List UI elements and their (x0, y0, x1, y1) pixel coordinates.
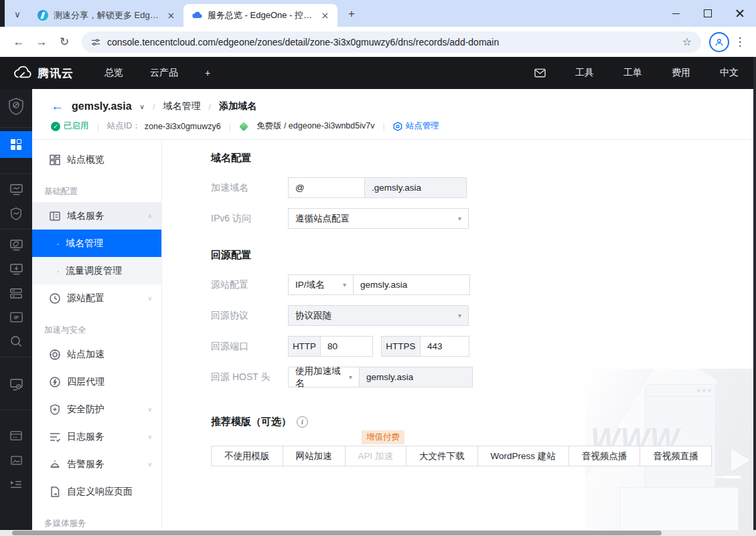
profile-avatar[interactable] (709, 32, 729, 52)
rail-dashboard-active[interactable] (0, 131, 32, 158)
ipv6-select[interactable]: 遵循站点配置 ▾ (288, 208, 469, 229)
tencent-cloud-brand[interactable]: 腾讯云 (12, 66, 74, 81)
site-manage-link[interactable]: 站点管理 (393, 120, 439, 132)
sidebar-item-domain-service[interactable]: 域名服务 ∧ (32, 202, 161, 230)
sidebar-item-custom-response-page[interactable]: 自定义响应页面 (32, 478, 161, 505)
sidebar-item-site-overview[interactable]: 站点概览 (32, 146, 161, 173)
rail-divider (0, 173, 32, 174)
origin-address-input[interactable] (353, 274, 470, 295)
sidebar-item-domain-management[interactable]: · 域名管理 (32, 230, 161, 257)
tab-search-button[interactable]: ∨ (8, 5, 27, 23)
template-large-file-download-button[interactable]: 大文件下载 (406, 446, 478, 466)
sidebar-item-security-protection[interactable]: 安全防护 ∨ (32, 395, 161, 423)
domain-input[interactable] (288, 177, 365, 198)
field-label-host-header: 回源 HOST 头 (211, 371, 288, 383)
sidebar-menu: 站点概览 基础配置 域名服务 ∧ · 域名管理 (32, 140, 162, 536)
origin-protocol-select[interactable]: 协议跟随 ▾ (288, 305, 469, 326)
caret-down-icon: ▾ (343, 281, 346, 288)
decor-panel (620, 488, 738, 536)
template-wordpress-button[interactable]: WordPress 建站 (477, 446, 569, 466)
sidebar-item-label: 源站配置 (67, 292, 104, 304)
message-envelope-icon[interactable] (534, 68, 546, 78)
close-window-button[interactable] (724, 0, 756, 27)
sidebar-item-label: 四层代理 (67, 376, 104, 388)
sidebar-item-alarm-service[interactable]: 告警服务 ∨ (32, 450, 161, 478)
tab-console-active[interactable]: 服务总览 - EdgeOne - 控制台 (183, 4, 337, 27)
sidebar-item-traffic-scheduling[interactable]: · 流量调度管理 (32, 257, 161, 284)
sidebar-item-label: 流量调度管理 (66, 265, 122, 277)
maximize-button[interactable] (692, 0, 724, 27)
rail-image-icon[interactable] (0, 448, 32, 472)
edgeone-shield-logo-icon[interactable] (0, 89, 32, 124)
breadcrumb-separator: / (209, 102, 212, 112)
sidebar-item-label: 站点加速 (67, 349, 104, 361)
nav-products[interactable]: 云产品 (150, 67, 178, 79)
browser-menu-icon[interactable]: ⋮ (733, 35, 747, 49)
rail-monitor-sync-icon[interactable] (0, 233, 32, 257)
chevron-down-icon[interactable]: ∨ (140, 103, 145, 110)
rail-browser-icon[interactable] (0, 424, 32, 448)
horizontal-scrollbar (0, 530, 756, 536)
sidebar-section-acceleration-security: 加速与安全 (32, 312, 161, 341)
sidebar-item-l4-proxy[interactable]: 四层代理 (32, 368, 161, 395)
rail-ip-icon[interactable]: IP (0, 305, 32, 329)
info-icon[interactable]: i (297, 416, 308, 428)
template-live-streaming-button[interactable]: 音视频直播 (639, 446, 712, 466)
plan-text: 免费版 / edgeone-3i3wnbd5iv7v (256, 120, 375, 132)
rail-divider (0, 410, 32, 410)
icon-rail: IP (0, 89, 32, 536)
origin-type-select[interactable]: IP/域名 ▾ (288, 274, 354, 295)
nav-language[interactable]: 中文 (720, 67, 739, 79)
close-icon[interactable] (319, 9, 331, 21)
back-arrow-icon[interactable]: ← (51, 99, 64, 114)
field-label-protocol: 回源协议 (211, 310, 288, 322)
template-vod-button[interactable]: 音视频点播 (569, 446, 641, 466)
horizontal-scrollbar-thumb[interactable] (12, 531, 662, 535)
field-label-ports: 回源端口 (211, 341, 288, 353)
template-no-template-button[interactable]: 不使用模版 (211, 446, 283, 466)
host-header-mode-select[interactable]: 使用加速域名 ▾ (288, 367, 360, 387)
bookmark-star-icon[interactable]: ☆ (682, 35, 692, 48)
site-switcher[interactable]: gemsly.asia (72, 100, 132, 112)
back-button[interactable]: ← (9, 33, 28, 52)
section-title-domain-config: 域名配置 (211, 152, 756, 165)
forward-button[interactable]: → (32, 33, 51, 52)
nav-tickets[interactable]: 工单 (623, 67, 642, 79)
nav-overview[interactable]: 总览 (104, 67, 123, 79)
tab-title: 服务总览 - EdgeOne - 控制台 (208, 9, 315, 21)
sidebar-item-log-service[interactable]: 日志服务 ∨ (32, 423, 161, 450)
origin-protocol-value: 协议跟随 (295, 310, 331, 322)
tab-strip: ∨ 测速分享，解锁更多 EdgeOne 服务总览 - EdgeOne - 控制台… (0, 0, 756, 27)
site-settings-icon[interactable] (91, 37, 100, 47)
template-website-acceleration-button[interactable]: 网站加速 (283, 446, 346, 466)
acceleration-gear-icon (50, 349, 60, 360)
nav-tools[interactable]: 工具 (575, 67, 594, 79)
url-text[interactable]: console.tencentcloud.com/edgeone/zones/d… (107, 37, 676, 48)
caret-down-icon: ▾ (349, 373, 352, 381)
sidebar-item-site-acceleration[interactable]: 站点加速 (32, 341, 161, 368)
form-row-origin: 源站配置 IP/域名 ▾ (211, 274, 756, 295)
rail-shield-chart-icon[interactable] (0, 201, 32, 226)
form-row-ports: 回源端口 HTTP HTTPS (211, 336, 756, 357)
form-row-ipv6: IPv6 访问 遵循站点配置 ▾ (211, 208, 756, 229)
site-manage-label: 站点管理 (406, 120, 439, 132)
rail-playlist-icon[interactable] (0, 472, 32, 497)
breadcrumb-domain-management[interactable]: 域名管理 (163, 100, 201, 112)
rail-monitor-download-icon[interactable] (0, 257, 32, 281)
tab-edgeone-promo[interactable]: 测速分享，解锁更多 EdgeOne (29, 4, 183, 27)
close-icon[interactable] (165, 9, 177, 21)
nav-add[interactable]: + (205, 68, 210, 78)
rail-monitor-icon[interactable] (0, 177, 32, 201)
rail-monitor-gear-icon[interactable] (0, 373, 32, 397)
http-port-input[interactable] (320, 336, 373, 357)
nav-billing[interactable]: 费用 (672, 67, 690, 79)
reload-button[interactable]: ↻ (55, 33, 74, 52)
content-area: WWW 域名配置 加速域名 .gemsly.asia (162, 140, 756, 536)
minimize-button[interactable] (660, 0, 692, 27)
new-tab-button[interactable]: + (343, 5, 360, 23)
rail-search-icon[interactable] (0, 329, 32, 353)
address-bar[interactable]: console.tencentcloud.com/edgeone/zones/d… (82, 31, 701, 53)
https-port-input[interactable] (420, 336, 469, 357)
rail-server-icon[interactable] (0, 281, 32, 305)
sidebar-item-origin-config[interactable]: 源站配置 ∨ (32, 284, 161, 312)
